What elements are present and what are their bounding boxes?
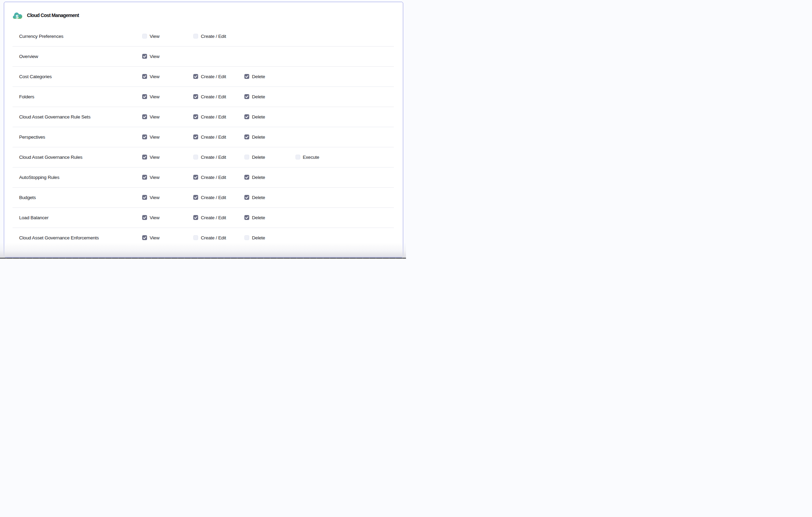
svg-text:$: $ — [16, 14, 18, 19]
